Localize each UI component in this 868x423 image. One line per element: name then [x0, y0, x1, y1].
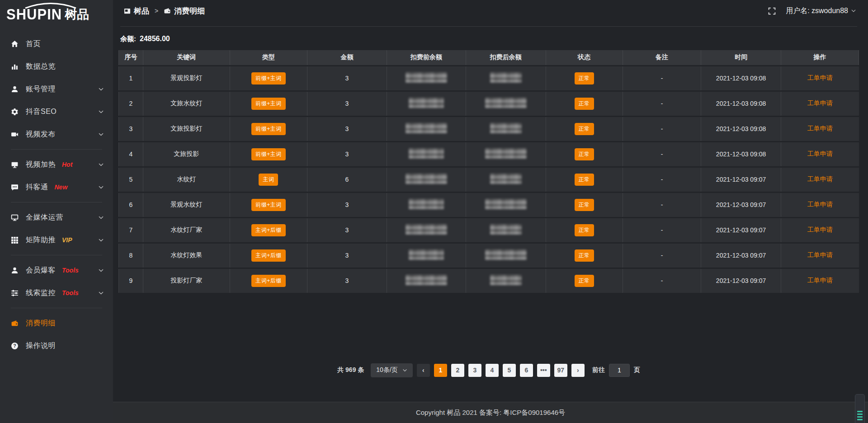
fullscreen-icon[interactable] — [768, 7, 776, 15]
bar-chart-icon — [10, 62, 19, 70]
cell-index: 5 — [119, 167, 143, 192]
page-button[interactable]: 97 — [554, 364, 567, 377]
sidebar-item-home[interactable]: 首页 — [0, 33, 113, 55]
cell-amount: 3 — [307, 243, 387, 268]
consumption-table: 序号 关键词 类型 金额 扣费前余额 扣费后余额 状态 — [118, 50, 859, 294]
breadcrumb-home[interactable]: 树品 — [124, 6, 149, 16]
cell-keyword: 景观投影灯 — [143, 66, 230, 91]
cell-type: 前缀+主词 — [230, 116, 307, 141]
work-order-link[interactable]: 工单申请 — [807, 175, 833, 183]
work-order-link[interactable]: 工单申请 — [807, 150, 833, 157]
page-button[interactable]: 2 — [451, 364, 464, 377]
work-order-link[interactable]: 工单申请 — [807, 277, 833, 284]
cell-index: 7 — [119, 217, 143, 243]
page-jump-input[interactable] — [609, 364, 630, 377]
cell-keyword: 文旅投影 — [143, 141, 230, 167]
table-column-header: 扣费后余额 — [466, 50, 546, 66]
username-label: 用户名: zswodun88 — [786, 6, 848, 16]
next-page-button[interactable]: › — [571, 364, 585, 377]
gear-icon — [10, 108, 19, 116]
cell-keyword: 水纹灯效果 — [143, 243, 230, 268]
redacted-value — [406, 174, 447, 184]
logo-brand-cn: 树品 — [65, 6, 89, 23]
status-badge: 正常 — [575, 249, 594, 262]
work-order-link[interactable]: 工单申请 — [807, 125, 833, 132]
table-row: 8 水纹灯效果 主词+后缀 3 正常 - 2021-12-03 09:07 工单… — [119, 243, 859, 268]
menu-item-tag: VIP — [62, 236, 72, 244]
page-button[interactable]: ••• — [537, 364, 550, 377]
redacted-value — [406, 224, 447, 235]
breadcrumb-separator: > — [155, 7, 158, 14]
redacted-value — [485, 249, 527, 260]
work-order-link[interactable]: 工单申请 — [807, 226, 833, 233]
type-badge: 主词+后缀 — [251, 249, 286, 262]
user-icon — [10, 266, 19, 274]
cell-status: 正常 — [546, 192, 623, 217]
page-size-select[interactable]: 10条/页 — [371, 363, 412, 377]
sidebar-item-lead-monitor[interactable]: 线索监控 Tools — [0, 282, 113, 304]
widget-bar — [857, 411, 863, 412]
sidebar-item-video-heating[interactable]: 视频加热 Hot — [0, 153, 113, 176]
redacted-value — [406, 72, 447, 83]
cell-balance-after — [466, 217, 546, 243]
chevron-down-icon — [98, 290, 104, 296]
cell-keyword: 文旅投影灯 — [143, 116, 230, 141]
cell-balance-before — [387, 91, 466, 116]
sidebar-item-douyin-seo[interactable]: 抖音SEO — [0, 100, 113, 123]
sidebar-divider — [11, 308, 102, 308]
cell-remark: - — [623, 116, 701, 141]
sidebar-item-data-overview[interactable]: 数据总览 — [0, 55, 113, 78]
sidebar-item-video-publish[interactable]: 视频发布 — [0, 123, 113, 146]
page-button[interactable]: 3 — [468, 364, 481, 377]
sidebar-item-account-management[interactable]: 账号管理 — [0, 78, 113, 100]
user-dropdown[interactable]: 用户名: zswodun88 — [786, 6, 856, 16]
cell-amount: 6 — [307, 167, 387, 192]
home-icon — [10, 40, 19, 48]
page-button[interactable]: 6 — [520, 364, 533, 377]
redacted-value — [409, 148, 444, 159]
cell-balance-after — [466, 192, 546, 217]
sidebar-item-matrix-boost[interactable]: 矩阵助推 VIP — [0, 229, 113, 251]
type-badge: 主词 — [259, 174, 278, 186]
cell-time: 2021-12-03 09:08 — [701, 91, 781, 116]
breadcrumb-current[interactable]: 消费明细 — [164, 6, 205, 16]
page-button[interactable]: 4 — [486, 364, 499, 377]
status-badge: 正常 — [575, 199, 594, 211]
work-order-link[interactable]: 工单申请 — [807, 74, 833, 81]
cell-keyword: 水纹灯厂家 — [143, 217, 230, 243]
floating-widget[interactable] — [855, 394, 865, 423]
cell-time: 2021-12-03 09:07 — [701, 243, 781, 268]
sidebar-item-douketong[interactable]: 抖客通 New — [0, 176, 113, 198]
work-order-link[interactable]: 工单申请 — [807, 251, 833, 258]
page-button[interactable]: 5 — [503, 364, 516, 377]
sidebar: SHUPIN树品 首页 数据总览 — [0, 0, 113, 423]
cell-keyword: 水纹灯 — [143, 167, 230, 192]
cell-type: 主词 — [230, 167, 307, 192]
cell-balance-after — [466, 243, 546, 268]
work-order-link[interactable]: 工单申请 — [807, 99, 833, 107]
page-button[interactable]: 1 — [434, 364, 447, 377]
status-badge: 正常 — [575, 98, 594, 110]
table-column-header: 类型 — [230, 50, 307, 66]
cell-action: 工单申请 — [781, 91, 859, 116]
type-badge: 主词+后缀 — [251, 224, 286, 236]
footer: Copyright 树品 2021 备案号: 粤ICP备09019646号 — [113, 402, 868, 423]
type-badge: 前缀+主词 — [251, 123, 286, 135]
sidebar-item-consumption-detail[interactable]: 消费明细 — [0, 312, 113, 334]
sidebar-item-instructions[interactable]: ? 操作说明 — [0, 334, 113, 357]
work-order-link[interactable]: 工单申请 — [807, 201, 833, 208]
main-area: 树品 > 消费明细 用户名: zswodun88 — [113, 0, 868, 423]
cell-balance-after — [466, 91, 546, 116]
sidebar-item-omni-media[interactable]: 全媒体运营 — [0, 206, 113, 229]
status-badge: 正常 — [575, 148, 594, 160]
chevron-down-icon — [98, 268, 104, 273]
redacted-value — [490, 224, 522, 235]
prev-page-button[interactable]: ‹ — [417, 364, 430, 377]
cell-balance-after — [466, 66, 546, 91]
content: 余额:24856.00 序号 关键词 类型 金额 扣费前余额 — [113, 22, 868, 402]
cell-status: 正常 — [546, 167, 623, 192]
chevron-down-icon — [98, 162, 104, 168]
status-badge: 正常 — [575, 224, 594, 236]
sidebar-item-member-baoke[interactable]: 会员爆客 Tools — [0, 259, 113, 282]
apps-icon — [124, 8, 131, 14]
